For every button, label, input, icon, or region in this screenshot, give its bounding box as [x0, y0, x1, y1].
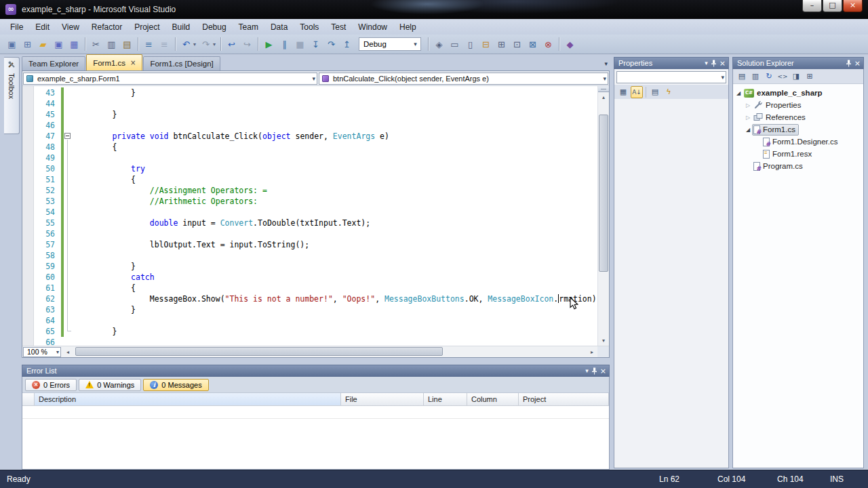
menu-item-window[interactable]: Window — [352, 20, 393, 34]
line-number-gutter[interactable]: 4344454647484950515253545556575859606162… — [34, 87, 60, 346]
tree-item-form1-resx[interactable]: Form1.resx — [733, 148, 863, 160]
splitter-handle[interactable] — [598, 86, 609, 92]
stop-debugging-icon[interactable]: ■ — [292, 37, 308, 52]
code-line-64[interactable] — [75, 315, 597, 326]
scroll-left-icon[interactable]: ◂ — [62, 346, 73, 357]
code-line-54[interactable] — [75, 207, 597, 218]
members-dropdown[interactable]: btnCalculate_Click(object sender, EventA… — [319, 73, 608, 85]
menu-item-edit[interactable]: Edit — [29, 20, 56, 34]
pin-icon[interactable] — [711, 60, 717, 67]
column-header-line[interactable]: Line — [424, 393, 467, 405]
code-line-50[interactable]: try — [75, 163, 597, 174]
code-line-48[interactable]: { — [75, 142, 597, 152]
column-header-column[interactable]: Column — [467, 393, 519, 405]
tree-item-references[interactable]: ▷References — [733, 111, 863, 123]
close-tab-icon[interactable]: × — [130, 59, 136, 66]
code-line-66[interactable] — [75, 337, 597, 346]
menu-item-test[interactable]: Test — [325, 20, 352, 34]
tree-item-form1-designer-cs[interactable]: #Form1.Designer.cs — [733, 136, 863, 148]
types-dropdown[interactable]: example_c_sharp.Form1 ▾ — [23, 73, 317, 85]
view-designer-icon[interactable]: ◨ — [790, 70, 802, 83]
tab-form1-cs[interactable]: Form1.cs× — [86, 54, 142, 70]
scroll-down-icon[interactable]: ▾ — [598, 336, 609, 346]
column-header-file[interactable]: File — [341, 393, 424, 405]
copy-icon[interactable]: ▥ — [104, 37, 119, 52]
error-list-grid[interactable] — [22, 418, 609, 469]
column-header-description[interactable]: Description — [35, 393, 341, 405]
collapse-arrow-icon[interactable]: ▷ — [744, 115, 752, 121]
code-line-51[interactable]: { — [75, 174, 597, 185]
step-over-icon[interactable]: ↷ — [323, 37, 339, 52]
step-out-icon[interactable]: ↥ — [339, 37, 355, 52]
code-line-61[interactable]: { — [75, 283, 597, 293]
scrollbar-thumb[interactable] — [75, 347, 443, 356]
object-browser-icon[interactable]: ⊡ — [509, 37, 525, 52]
window-position-icon[interactable]: ▾ — [705, 60, 708, 66]
redo-dropdown-icon[interactable]: ▾ — [211, 37, 218, 52]
scrollbar-track[interactable] — [73, 346, 598, 357]
code-line-55[interactable]: double input = Convert.ToDouble(txtInput… — [75, 218, 597, 228]
code-line-44[interactable] — [75, 98, 597, 109]
refresh-icon[interactable]: ↻ — [763, 70, 775, 83]
close-button[interactable]: × — [843, 0, 863, 12]
tab-form1-design[interactable]: Form1.cs [Design] — [143, 56, 220, 70]
close-icon[interactable]: × — [600, 367, 606, 375]
breakpoint-margin[interactable] — [22, 86, 34, 346]
command-window-icon[interactable]: ▭ — [447, 37, 462, 52]
comment-icon[interactable]: ≡ — [141, 37, 157, 52]
dropdown-arrow-icon[interactable]: ▾ — [312, 75, 315, 82]
collapse-region-button[interactable] — [64, 133, 71, 139]
alphabetical-icon[interactable]: A↓ — [631, 86, 643, 98]
error-list-icon[interactable]: ⊗ — [540, 37, 556, 52]
expand-arrow-icon[interactable]: ◢ — [744, 127, 752, 133]
paste-icon[interactable]: ▤ — [119, 37, 135, 52]
tree-item-form1-cs[interactable]: ◢#Form1.cs — [733, 123, 863, 136]
navigate-backward-icon[interactable]: ↩ — [224, 37, 239, 52]
dropdown-arrow-icon[interactable]: ▾ — [56, 349, 59, 355]
show-all-files-icon[interactable]: ▥ — [749, 70, 762, 83]
tree-item-program-cs[interactable]: #Program.cs — [733, 160, 863, 172]
code-line-65[interactable]: } — [75, 326, 597, 337]
menu-item-tools[interactable]: Tools — [294, 20, 325, 34]
new-project-icon[interactable]: ▣ — [4, 37, 20, 52]
start-debugging-icon[interactable]: ▶ — [261, 37, 277, 52]
warnings-filter-button[interactable]: 0 Warnings — [79, 379, 141, 391]
dropdown-arrow-icon[interactable]: ▾ — [410, 41, 420, 47]
code-line-57[interactable]: lblOutput.Text = input.ToString(); — [75, 239, 597, 250]
object-selector-dropdown[interactable]: ▾ — [616, 71, 726, 83]
extension-manager-icon[interactable]: ◆ — [562, 37, 578, 52]
save-icon[interactable]: ▣ — [51, 37, 66, 52]
menu-item-refactor[interactable]: Refactor — [85, 20, 128, 34]
scroll-up-icon[interactable]: ▴ — [598, 92, 609, 102]
tab-list-chevron-icon[interactable]: ▾ — [604, 60, 608, 67]
minimize-button[interactable]: – — [802, 0, 822, 12]
undo-dropdown-icon[interactable]: ▾ — [191, 37, 198, 52]
find-in-files-icon[interactable]: ◈ — [431, 37, 447, 52]
scrollbar-thumb[interactable] — [599, 115, 608, 272]
tree-item-properties[interactable]: ▷Properties — [733, 99, 863, 111]
events-icon[interactable]: ϟ — [663, 86, 675, 98]
code-line-46[interactable] — [75, 120, 597, 131]
code-text-area[interactable]: 4344454647484950515253545556575859606162… — [22, 86, 597, 346]
code-line-58[interactable] — [75, 250, 597, 261]
class-diagram-icon[interactable]: ⊞ — [804, 70, 816, 83]
menu-item-help[interactable]: Help — [393, 20, 422, 34]
messages-filter-button[interactable]: i0 Messages — [143, 379, 208, 391]
solution-configurations-dropdown[interactable]: Debug▾ — [359, 37, 421, 51]
cut-icon[interactable]: ✂ — [88, 37, 104, 52]
code-line-56[interactable] — [75, 228, 597, 239]
zoom-level-dropdown[interactable]: 100 % ▾ — [23, 347, 61, 357]
view-code-icon[interactable]: <> — [776, 70, 789, 83]
add-item-icon[interactable]: ⊞ — [20, 37, 35, 52]
code-line-47[interactable]: private void btnCalculate_Click(object s… — [75, 131, 597, 142]
code-line-62[interactable]: MessageBox.Show("This is not a number!",… — [75, 293, 597, 304]
code-line-49[interactable] — [75, 152, 597, 163]
open-file-icon[interactable]: ▰ — [35, 37, 51, 52]
menu-item-build[interactable]: Build — [166, 20, 197, 34]
window-position-icon[interactable]: ▾ — [585, 367, 589, 374]
properties-icon[interactable]: ▤ — [649, 86, 661, 98]
immediate-window-icon[interactable]: ▯ — [462, 37, 478, 52]
menu-item-file[interactable]: File — [4, 20, 29, 34]
categorized-icon[interactable]: ▦ — [617, 86, 629, 98]
menu-item-data[interactable]: Data — [264, 20, 294, 34]
